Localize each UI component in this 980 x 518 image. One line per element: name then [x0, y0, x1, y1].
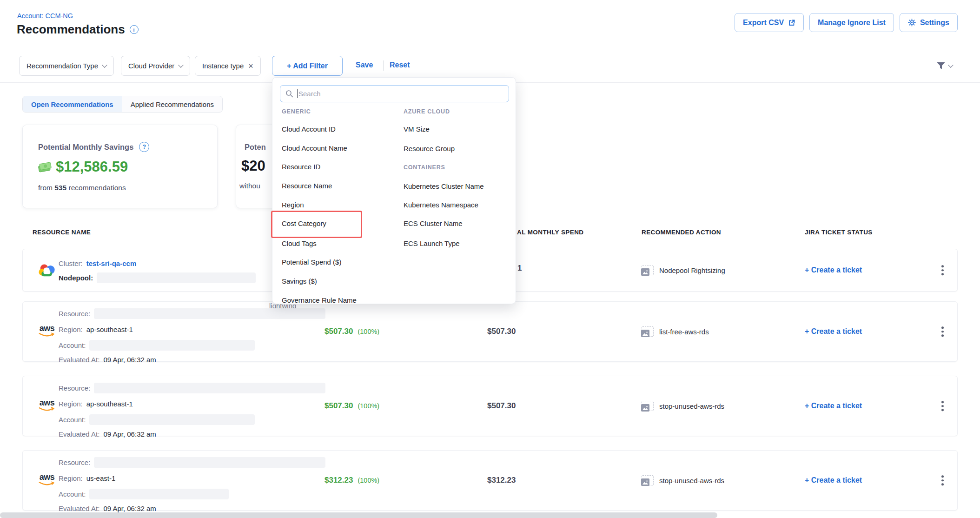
evaluated-at-label: Evaluated At:: [59, 505, 99, 512]
money-icon: [37, 161, 52, 173]
menu-item-ecs-cluster-name[interactable]: ECS Cluster Name: [404, 219, 463, 227]
spend-card-sub-fragment: withou: [239, 182, 260, 190]
save-filter-link[interactable]: Save: [356, 61, 373, 69]
table-row[interactable]: aws Resource: Region: us-east-1 Account:…: [22, 450, 958, 511]
column-header-total-monthly-spend: AL MONTHLY SPEND: [517, 229, 583, 236]
filter-chip-instance-type[interactable]: Instance type ×: [195, 56, 261, 76]
help-icon[interactable]: ?: [139, 142, 149, 152]
text-caret: [297, 89, 298, 98]
redacted-value: [94, 457, 325, 468]
create-ticket-link[interactable]: + Create a ticket: [805, 266, 862, 274]
recommendations-page: Account: CCM-NG Recommendations i Export…: [0, 0, 980, 518]
table-row[interactable]: lightwing aws Resource: Region: ap-south…: [22, 301, 958, 362]
menu-group-azure-cloud: AZURE CLOUD: [404, 108, 450, 115]
menu-item-savings[interactable]: Savings ($): [282, 277, 317, 285]
row-menu-button[interactable]: [940, 399, 946, 413]
manage-ignore-list-button[interactable]: Manage Ignore List: [809, 13, 894, 32]
settings-button[interactable]: Settings: [900, 13, 958, 32]
potential-monthly-savings-card: Potential Monthly Savings ? $12,586.59 f…: [22, 125, 218, 208]
column-header-jira-ticket-status: JIRA TICKET STATUS: [805, 229, 873, 236]
account-label: Account:: [59, 416, 86, 424]
filter-chip-recommendation-type[interactable]: Recommendation Type: [19, 56, 114, 76]
monthly-spend-value: $507.30: [487, 327, 516, 336]
create-ticket-link[interactable]: + Create a ticket: [805, 327, 862, 336]
menu-item-ecs-launch-type[interactable]: ECS Launch Type: [404, 239, 460, 247]
menu-item-region[interactable]: Region: [282, 201, 304, 209]
header-actions: Export CSV Manage Ignore List Settings: [735, 13, 958, 32]
region-value: ap-southeast-1: [86, 325, 133, 333]
info-icon[interactable]: i: [130, 25, 139, 34]
menu-group-generic: GENERIC: [282, 108, 311, 115]
search-field[interactable]: [280, 85, 509, 102]
row-menu-button[interactable]: [940, 263, 946, 277]
highlight-annotation-cost-category: [271, 211, 362, 238]
account-label: Account:: [59, 341, 86, 349]
evaluated-at-value: 09 Apr, 06:32 am: [103, 430, 156, 438]
row-menu-button[interactable]: [940, 325, 946, 339]
savings-value: $507.30: [324, 327, 353, 336]
chip-label: Cloud Provider: [128, 62, 174, 70]
gcp-icon: [38, 262, 56, 280]
menu-item-governance-rule-name[interactable]: Governance Rule Name: [282, 296, 357, 304]
filter-panel-toggle[interactable]: [936, 62, 953, 70]
reset-filter-link[interactable]: Reset: [390, 61, 410, 69]
chevron-down-icon: [102, 62, 107, 67]
create-ticket-link[interactable]: + Create a ticket: [805, 402, 862, 410]
column-header-recommended-action: RECOMMENDED ACTION: [642, 229, 721, 236]
menu-item-cloud-account-id[interactable]: Cloud Account ID: [282, 125, 336, 133]
redacted-value: [94, 383, 325, 393]
search-input[interactable]: [298, 90, 503, 98]
savings-value: $312.23: [324, 476, 353, 485]
monthly-savings-cell: $507.30 (100%): [324, 327, 379, 336]
menu-item-resource-group[interactable]: Resource Group: [404, 145, 455, 153]
evaluated-at-label: Evaluated At:: [59, 356, 99, 364]
recommendations-tabs: Open Recommendations Applied Recommendat…: [22, 96, 223, 113]
monthly-spend-value: $507.30: [487, 401, 516, 411]
savings-card-value: $12,586.59: [56, 159, 128, 175]
redacted-value: [97, 272, 256, 283]
cluster-label: Cluster:: [59, 259, 83, 267]
menu-item-kubernetes-cluster-name[interactable]: Kubernetes Cluster Name: [404, 182, 484, 190]
tab-applied-recommendations[interactable]: Applied Recommendations: [122, 96, 222, 112]
close-icon[interactable]: ×: [248, 62, 253, 70]
menu-item-vm-size[interactable]: VM Size: [404, 125, 430, 133]
export-csv-button[interactable]: Export CSV: [735, 13, 804, 32]
recommended-action-label: Nodepool Rightsizing: [659, 266, 725, 274]
table-row[interactable]: aws Resource: Region: ap-southeast-1 Acc…: [22, 376, 958, 436]
cluster-name-link[interactable]: test-sri-qa-ccm: [86, 259, 137, 267]
savings-sub-prefix: from: [38, 184, 54, 192]
resource-label: Resource:: [59, 458, 90, 466]
redacted-value: [89, 340, 255, 351]
region-label: Region:: [59, 325, 83, 333]
tab-open-recommendations[interactable]: Open Recommendations: [23, 96, 122, 112]
menu-item-resource-name[interactable]: Resource Name: [282, 182, 332, 190]
column-header-resource-name: RESOURCE NAME: [33, 229, 91, 236]
filter-chip-cloud-provider[interactable]: Cloud Provider: [121, 56, 190, 76]
breadcrumb[interactable]: Account: CCM-NG: [17, 12, 73, 20]
monthly-spend-value: $312.23: [487, 476, 516, 485]
aws-icon: aws: [37, 324, 57, 338]
monthly-savings-cell: $312.23 (100%): [324, 476, 379, 485]
add-filter-button[interactable]: + Add Filter: [272, 56, 343, 76]
recommended-action-label: stop-unused-aws-rds: [659, 477, 724, 485]
redacted-value: [94, 308, 325, 319]
menu-item-potential-spend[interactable]: Potential Spend ($): [282, 258, 341, 266]
region-value: us-east-1: [86, 474, 116, 482]
aws-icon: aws: [37, 473, 57, 486]
chevron-down-icon: [948, 62, 953, 67]
horizontal-scrollbar[interactable]: [0, 512, 717, 518]
chip-label: Instance type: [202, 62, 244, 70]
row-menu-button[interactable]: [940, 473, 946, 487]
page-title: Recommendations: [17, 22, 125, 37]
spend-card-label-fragment: Poten: [245, 143, 266, 152]
create-ticket-link[interactable]: + Create a ticket: [805, 476, 862, 485]
image-placeholder-icon: [642, 265, 654, 275]
recommended-action-label: list-free-aws-rds: [659, 328, 709, 336]
menu-item-cloud-account-name[interactable]: Cloud Account Name: [282, 144, 347, 152]
resource-label: Resource:: [59, 310, 90, 318]
chevron-down-icon: [179, 62, 184, 67]
menu-item-cloud-tags[interactable]: Cloud Tags: [282, 239, 317, 247]
menu-item-kubernetes-namespace[interactable]: Kubernetes Namespace: [404, 201, 478, 209]
savings-sub-count: 535: [54, 184, 66, 192]
menu-item-resource-id[interactable]: Resource ID: [282, 163, 320, 171]
